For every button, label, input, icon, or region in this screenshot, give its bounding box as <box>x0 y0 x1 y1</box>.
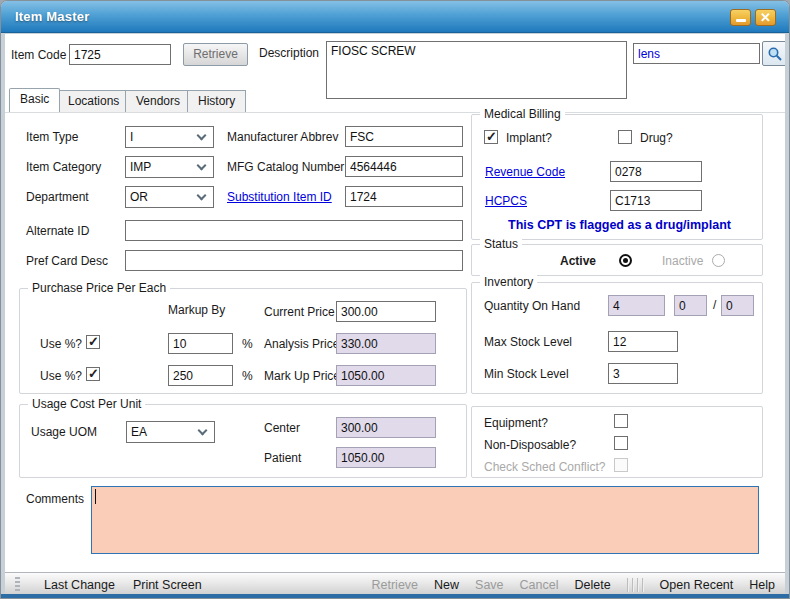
active-label: Active <box>560 254 596 268</box>
new-button[interactable]: New <box>434 578 459 592</box>
text-cursor <box>95 489 96 504</box>
manufacturer-abbrev-label: Manufacturer Abbrev <box>227 130 338 144</box>
status-title: Status <box>480 237 522 251</box>
min-stock-input[interactable] <box>608 363 678 384</box>
separator-grip-icon <box>627 578 644 592</box>
manufacturer-abbrev-input[interactable] <box>345 126 463 147</box>
chevron-down-icon <box>197 131 207 141</box>
inactive-radio[interactable] <box>712 254 725 267</box>
implant-label: Implant? <box>506 131 552 145</box>
substitution-item-input[interactable] <box>345 186 463 207</box>
substitution-item-link[interactable]: Substitution Item ID <box>227 190 332 204</box>
pref-card-desc-input[interactable] <box>125 250 463 271</box>
non-disposable-checkbox[interactable] <box>614 436 628 450</box>
retrieve-button[interactable]: Retrieve <box>183 43 248 66</box>
qoh-field: 4 <box>608 295 665 316</box>
alternate-id-input[interactable] <box>125 220 463 241</box>
close-button[interactable]: ✕ <box>755 9 776 26</box>
mfg-catalog-input[interactable] <box>345 156 463 177</box>
tab-vendors[interactable]: Vendors <box>125 90 191 112</box>
mfg-catalog-label: MFG Catalog Number <box>227 160 344 174</box>
department-select[interactable]: OR <box>125 186 214 208</box>
non-disposable-label: Non-Disposable? <box>484 438 576 452</box>
help-button[interactable]: Help <box>749 578 775 592</box>
alternate-id-label: Alternate ID <box>26 224 89 238</box>
department-label: Department <box>26 190 89 204</box>
purchase-price-group: Purchase Price Per Each Markup By Curren… <box>19 288 467 394</box>
hcpcs-input[interactable] <box>610 190 702 211</box>
inventory-group: Inventory Quantity On Hand 4 0 / 0 Max S… <box>471 282 763 394</box>
current-price-input[interactable] <box>336 301 436 322</box>
item-master-window: Item Master ✕ Item Code Retrieve Descrip… <box>0 0 790 599</box>
equipment-checkbox[interactable] <box>614 414 628 428</box>
tab-locations[interactable]: Locations <box>57 90 130 112</box>
max-stock-input[interactable] <box>608 331 678 352</box>
status-bar: Last Change Print Screen Retrieve New Sa… <box>5 572 785 596</box>
equipment-label: Equipment? <box>484 416 548 430</box>
use-pct-2-label: Use %? <box>40 369 82 383</box>
usage-uom-select[interactable]: EA <box>126 421 215 443</box>
item-search-input[interactable] <box>633 43 760 64</box>
medical-billing-title: Medical Billing <box>480 107 565 121</box>
item-code-input[interactable] <box>69 44 171 65</box>
description-label: Description <box>259 46 319 60</box>
usage-uom-value: EA <box>131 425 147 439</box>
form-content: Item Code Retrieve Description FIOSC SCR… <box>5 34 785 572</box>
markup-price-field: 1050.00 <box>336 365 436 386</box>
qoh-second-field: 0 <box>674 295 707 316</box>
hcpcs-link[interactable]: HCPCS <box>485 194 527 208</box>
search-button[interactable] <box>762 41 785 66</box>
purchase-price-title: Purchase Price Per Each <box>28 281 170 295</box>
inventory-title: Inventory <box>480 275 537 289</box>
title-bar: Item Master ✕ <box>1 1 789 33</box>
print-screen-button[interactable]: Print Screen <box>133 578 202 592</box>
active-radio[interactable] <box>619 254 632 267</box>
usage-cost-group: Usage Cost Per Unit Usage UOM EA Center … <box>19 404 467 478</box>
open-recent-button[interactable]: Open Recent <box>660 578 734 592</box>
statusbar-left: Last Change Print Screen <box>15 577 202 593</box>
center-label: Center <box>264 421 300 435</box>
markup-by-label: Markup By <box>168 303 225 317</box>
tab-basic[interactable]: Basic <box>9 88 60 112</box>
patient-field: 1050.00 <box>336 447 436 468</box>
cancel-button: Cancel <box>520 578 559 592</box>
tab-history[interactable]: History <box>187 90 246 112</box>
close-icon: ✕ <box>760 11 771 24</box>
max-stock-label: Max Stock Level <box>484 335 572 349</box>
analysis-price-field: 330.00 <box>336 333 436 354</box>
chevron-down-icon <box>197 161 207 171</box>
revenue-code-input[interactable] <box>610 161 702 182</box>
item-type-select[interactable]: I <box>125 126 214 148</box>
tab-strip: Basic Locations Vendors History <box>5 90 785 114</box>
minimize-button[interactable] <box>730 9 751 26</box>
magnifier-icon <box>767 46 783 62</box>
markup-price-label: Mark Up Price <box>264 369 340 383</box>
item-type-label: Item Type <box>26 130 78 144</box>
markup-pct-2-input[interactable] <box>168 365 233 386</box>
item-category-label: Item Category <box>26 160 101 174</box>
markup-pct-1-input[interactable] <box>168 333 233 354</box>
analysis-price-label: Analysis Price <box>264 337 339 351</box>
item-category-value: IMP <box>130 160 151 174</box>
percent-sign-2: % <box>242 369 253 383</box>
drug-checkbox[interactable] <box>618 130 632 144</box>
tab-panel-border <box>5 112 785 113</box>
item-code-label: Item Code <box>11 48 66 62</box>
percent-sign-1: % <box>242 337 253 351</box>
implant-checkbox[interactable] <box>484 130 498 144</box>
revenue-code-link[interactable]: Revenue Code <box>485 165 565 179</box>
comments-textarea[interactable] <box>91 486 759 554</box>
qoh-divider: / <box>713 298 716 312</box>
last-change-button[interactable]: Last Change <box>44 578 115 592</box>
use-pct-1-checkbox[interactable] <box>86 335 100 349</box>
item-category-select[interactable]: IMP <box>125 156 214 178</box>
pref-card-desc-label: Pref Card Desc <box>26 254 108 268</box>
chevron-down-icon <box>197 191 207 201</box>
center-field: 300.00 <box>336 417 436 438</box>
delete-button[interactable]: Delete <box>574 578 610 592</box>
medical-billing-group: Medical Billing Implant? Drug? Revenue C… <box>471 114 763 240</box>
current-price-label: Current Price <box>264 305 335 319</box>
item-type-value: I <box>130 130 133 144</box>
save-button: Save <box>475 578 504 592</box>
use-pct-2-checkbox[interactable] <box>86 367 100 381</box>
